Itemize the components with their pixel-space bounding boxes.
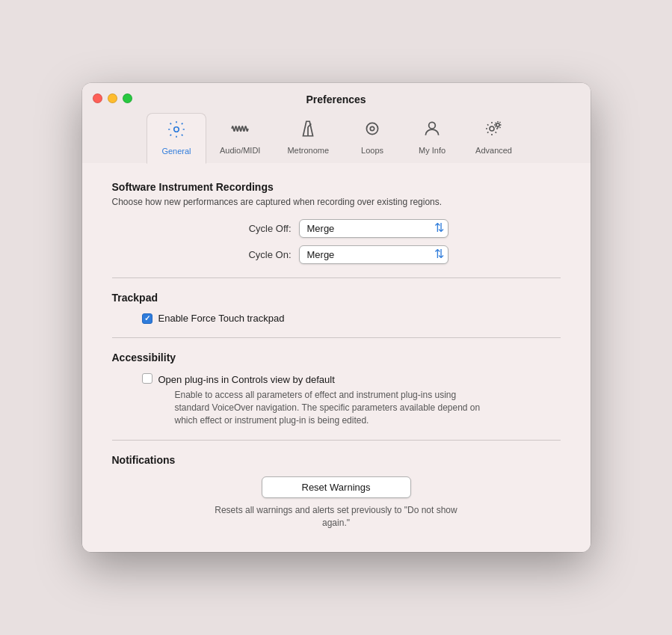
tab-advanced[interactable]: Advanced [462, 113, 525, 163]
tab-general[interactable]: General [147, 113, 206, 164]
svg-point-4 [366, 123, 377, 135]
svg-point-0 [174, 127, 179, 132]
controls-view-label[interactable]: Open plug-ins in Controls view by defaul… [158, 374, 335, 385]
loops-icon [363, 119, 382, 143]
tab-my-info-label: My Info [419, 146, 446, 155]
divider-3 [112, 440, 561, 441]
tab-audio-midi-label: Audio/MIDI [220, 146, 260, 155]
force-touch-checkbox[interactable] [142, 313, 152, 324]
close-button[interactable] [93, 93, 102, 103]
tab-metronome-label: Metronome [287, 146, 329, 155]
svg-point-5 [370, 126, 374, 130]
traffic-lights [93, 93, 132, 103]
section-software-instrument: Software Instrument Recordings Choose ho… [112, 181, 561, 264]
software-instrument-desc: Choose how new performances are captured… [112, 196, 561, 209]
notifications-content: Reset Warnings Resets all warnings and a… [112, 476, 561, 530]
window-title: Preferences [94, 93, 579, 105]
section-trackpad: Trackpad Enable Force Touch trackpad [112, 292, 561, 324]
tab-general-label: General [161, 147, 191, 156]
tab-loops-label: Loops [361, 146, 383, 155]
controls-view-checkbox[interactable] [142, 373, 152, 384]
trackpad-title: Trackpad [112, 292, 561, 304]
advanced-gear-icon [484, 119, 504, 143]
gear-icon [167, 120, 186, 144]
force-touch-row: Enable Force Touch trackpad [142, 313, 561, 324]
trackpad-options: Enable Force Touch trackpad [112, 313, 561, 324]
tab-loops[interactable]: Loops [342, 113, 402, 163]
titlebar: Preferences General Audio/MIDI [82, 83, 591, 163]
divider-2 [112, 337, 561, 338]
accessibility-options: Open plug-ins in Controls view by defaul… [112, 372, 561, 426]
maximize-button[interactable] [123, 93, 132, 103]
controls-view-row: Open plug-ins in Controls view by defaul… [142, 372, 561, 426]
minimize-button[interactable] [108, 93, 117, 103]
divider-1 [112, 277, 561, 278]
notifications-title: Notifications [112, 454, 561, 466]
cycle-on-select[interactable]: Merge Replace Create Takes [299, 245, 448, 264]
tab-bar: General Audio/MIDI Met [94, 113, 579, 163]
cycle-on-select-wrapper: Merge Replace Create Takes ⇅ [299, 245, 448, 264]
tab-my-info[interactable]: My Info [402, 113, 462, 163]
accessibility-title: Accessibility [112, 352, 561, 363]
controls-view-content: Open plug-ins in Controls view by defaul… [158, 372, 489, 426]
force-touch-label[interactable]: Enable Force Touch trackpad [158, 313, 285, 324]
tab-metronome[interactable]: Metronome [274, 113, 342, 163]
svg-point-6 [429, 122, 436, 129]
content-area: Software Instrument Recordings Choose ho… [82, 163, 591, 552]
tab-audio-midi[interactable]: Audio/MIDI [206, 113, 274, 163]
section-notifications: Notifications Reset Warnings Resets all … [112, 454, 561, 530]
reset-warnings-desc: Resets all warnings and alerts set previ… [202, 504, 471, 530]
waveform-icon [230, 119, 250, 143]
svg-point-7 [490, 126, 494, 131]
software-instrument-title: Software Instrument Recordings [112, 181, 561, 193]
svg-point-8 [496, 123, 499, 126]
preferences-window: Preferences General Audio/MIDI [82, 83, 591, 552]
cycle-off-row: Cycle Off: Merge Replace Create Takes ⇅ [112, 219, 561, 238]
person-icon [422, 119, 442, 143]
cycle-off-select[interactable]: Merge Replace Create Takes [299, 219, 448, 238]
metronome-icon [298, 119, 318, 143]
reset-warnings-row: Reset Warnings [112, 476, 561, 498]
cycle-on-label: Cycle On: [224, 249, 292, 260]
tab-advanced-label: Advanced [475, 146, 512, 155]
cycle-off-label: Cycle Off: [224, 223, 292, 234]
reset-warnings-button[interactable]: Reset Warnings [262, 476, 411, 498]
section-accessibility: Accessibility Open plug-ins in Controls … [112, 352, 561, 426]
cycle-off-select-wrapper: Merge Replace Create Takes ⇅ [299, 219, 448, 238]
cycle-on-row: Cycle On: Merge Replace Create Takes ⇅ [112, 245, 561, 264]
controls-view-desc: Enable to access all parameters of effec… [175, 389, 489, 426]
